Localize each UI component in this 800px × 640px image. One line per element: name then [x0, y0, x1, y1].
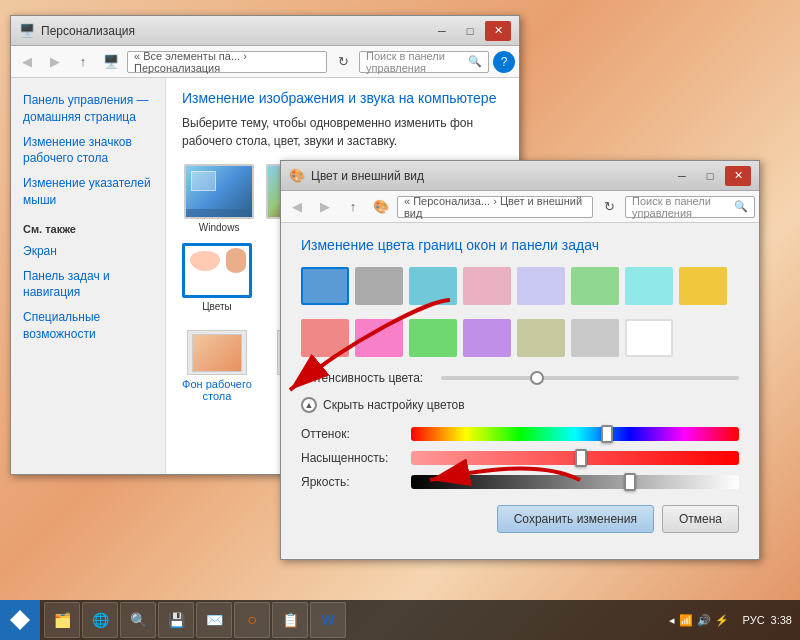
theme-thumbnail-windows	[184, 164, 254, 219]
address-bar: ◀ ▶ ↑ 🖥️ « Все элементы па... › Персонал…	[11, 46, 519, 78]
taskbar-item-outlook[interactable]: 📋	[272, 602, 308, 638]
refresh-btn[interactable]: ↻	[331, 50, 355, 74]
tray-volume-icon: 🔊	[697, 614, 711, 627]
taskbar-item-firefox[interactable]: ○	[234, 602, 270, 638]
window-controls: ─ □ ✕	[429, 21, 511, 41]
address-field[interactable]: « Все элементы па... › Персонализация	[127, 51, 327, 73]
start-button[interactable]	[0, 600, 40, 640]
outlook-icon: 📋	[281, 611, 299, 629]
save-row: Сохранить изменения Отмена	[301, 505, 739, 533]
expand-button[interactable]: ▲	[301, 397, 317, 413]
taskbar-item-search[interactable]: 🔍	[120, 602, 156, 638]
sidebar-cursor-link[interactable]: Изменение указателей мыши	[11, 171, 165, 213]
swatch-khaki[interactable]	[517, 319, 565, 357]
color-breadcrumb: « Персонализа... › Цвет и внешний вид	[404, 195, 586, 219]
swatch-teal[interactable]	[409, 267, 457, 305]
swatch-yellow[interactable]	[679, 267, 727, 305]
sidebar-taskbar-link[interactable]: Панель задач и навигация	[11, 264, 165, 306]
up-button[interactable]: ↑	[71, 50, 95, 74]
intensity-label: Интенсивность цвета:	[301, 371, 431, 385]
brightness-slider-track[interactable]	[411, 475, 739, 489]
close-button[interactable]: ✕	[485, 21, 511, 41]
intensity-slider-thumb[interactable]	[530, 371, 544, 385]
breadcrumb: « Все элементы па... › Персонализация	[134, 50, 320, 74]
color-minimize-button[interactable]: ─	[669, 166, 695, 186]
color-maximize-button[interactable]: □	[697, 166, 723, 186]
taskbar-item-word[interactable]: W	[310, 602, 346, 638]
maximize-button[interactable]: □	[457, 21, 483, 41]
minimize-button[interactable]: ─	[429, 21, 455, 41]
taskbar-item-save[interactable]: 💾	[158, 602, 194, 638]
swatch-salmon[interactable]	[301, 319, 349, 357]
theme-item-flowers[interactable]: Цветы	[182, 243, 252, 312]
swatch-pink[interactable]	[463, 267, 511, 305]
sidebar-icons-link[interactable]: Изменение значковрабочего стола	[11, 130, 165, 172]
taskbar-item-ie[interactable]: 🌐	[82, 602, 118, 638]
swatch-white[interactable]	[625, 319, 673, 357]
window-icon: 🖥️	[19, 23, 35, 39]
forward-button[interactable]: ▶	[43, 50, 67, 74]
taskbar-clock[interactable]: 3:38	[771, 614, 792, 626]
swatch-lime[interactable]	[409, 319, 457, 357]
taskbar-item-mail[interactable]: ✉️	[196, 602, 232, 638]
taskbar: 🗂️ 🌐 🔍 💾 ✉️ ○ 📋 W ◂ 📶 🔊 ⚡ РУС 3:3	[0, 600, 800, 640]
theme-thumbnail-flowers	[182, 243, 252, 298]
brightness-row: Яркость:	[301, 475, 739, 489]
color-refresh-icon[interactable]: 🎨	[369, 195, 393, 219]
color-window[interactable]: 🎨 Цвет и внешний вид ─ □ ✕ ◀ ▶ ↑ 🎨 « Пер…	[280, 160, 760, 560]
sidebar-accessibility-link[interactable]: Специальные возможности	[11, 305, 165, 347]
refresh-button[interactable]: 🖥️	[99, 50, 123, 74]
swatch-lightgray[interactable]	[571, 319, 619, 357]
help-button[interactable]: ?	[493, 51, 515, 73]
sidebar: Панель управления — домашняя страница Из…	[11, 78, 166, 474]
search-box[interactable]: Поиск в панели управления 🔍	[359, 51, 489, 73]
wallpaper-label[interactable]: Фон рабочего стола	[182, 378, 252, 402]
save-button[interactable]: Сохранить изменения	[497, 505, 654, 533]
saturation-slider-thumb[interactable]	[575, 449, 587, 467]
saturation-slider-track[interactable]	[411, 451, 739, 465]
cancel-button[interactable]: Отмена	[662, 505, 739, 533]
tray-battery-icon: ⚡	[715, 614, 729, 627]
color-forward-button[interactable]: ▶	[313, 195, 337, 219]
sidebar-home-link[interactable]: Панель управления — домашняя страница	[11, 88, 165, 130]
swatch-lavender[interactable]	[517, 267, 565, 305]
wallpaper-icon	[187, 330, 247, 375]
hue-slider-track[interactable]	[411, 427, 739, 441]
theme-label-flowers: Цветы	[202, 301, 232, 312]
theme-item-windows[interactable]: Windows	[182, 164, 256, 233]
color-titlebar: 🎨 Цвет и внешний вид ─ □ ✕	[281, 161, 759, 191]
tray-network-icon: 📶	[679, 614, 693, 627]
hue-slider-thumb[interactable]	[601, 425, 613, 443]
color-window-controls: ─ □ ✕	[669, 166, 751, 186]
swatch-hotpink[interactable]	[355, 319, 403, 357]
color-up-button[interactable]: ↑	[341, 195, 365, 219]
swatch-gray[interactable]	[355, 267, 403, 305]
bottom-icon-wallpaper[interactable]: Фон рабочего стола	[182, 330, 252, 402]
back-button[interactable]: ◀	[15, 50, 39, 74]
color-back-button[interactable]: ◀	[285, 195, 309, 219]
color-search-box[interactable]: Поиск в панели управления 🔍	[625, 196, 755, 218]
color-refresh-btn[interactable]: ↻	[597, 195, 621, 219]
see-also-label: См. также	[11, 213, 165, 239]
tray-arrow[interactable]: ◂	[669, 614, 675, 627]
swatch-green[interactable]	[571, 267, 619, 305]
ie-icon: 🌐	[91, 611, 109, 629]
swatch-violet[interactable]	[463, 319, 511, 357]
theme-label-windows: Windows	[199, 222, 240, 233]
intensity-slider-track[interactable]	[441, 376, 739, 380]
clock-time: 3:38	[771, 614, 792, 626]
color-swatches	[301, 267, 739, 305]
language-indicator: РУС	[743, 614, 765, 626]
color-address-field[interactable]: « Персонализа... › Цвет и внешний вид	[397, 196, 593, 218]
taskbar-items: 🗂️ 🌐 🔍 💾 ✉️ ○ 📋 W	[40, 602, 663, 638]
save-icon: 💾	[167, 611, 185, 629]
taskbar-item-explorer[interactable]: 🗂️	[44, 602, 80, 638]
expand-row[interactable]: ▲ Скрыть настройку цветов	[301, 397, 739, 413]
swatch-blue[interactable]	[301, 267, 349, 305]
firefox-icon: ○	[243, 611, 261, 629]
page-description: Выберите тему, чтобы одновременно измени…	[182, 114, 503, 150]
sidebar-screen-link[interactable]: Экран	[11, 239, 165, 264]
brightness-slider-thumb[interactable]	[624, 473, 636, 491]
swatch-cyan[interactable]	[625, 267, 673, 305]
color-close-button[interactable]: ✕	[725, 166, 751, 186]
